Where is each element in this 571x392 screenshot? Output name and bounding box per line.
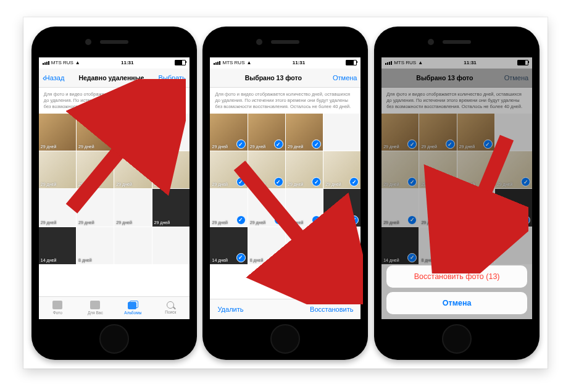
albums-icon [128, 301, 138, 309]
checkmark-icon: ✓ [349, 215, 359, 225]
bottom-toolbar: Удалить Восстановить [210, 299, 361, 319]
tab-photos[interactable]: Фото [39, 297, 77, 319]
status-bar: MTS RUS ▲ 11:31 [210, 57, 361, 69]
photo-thumb[interactable]: 29 дней✓ [210, 151, 247, 188]
select-button[interactable]: Выбрать [159, 74, 186, 81]
content-frame: MTS RUS ▲ 11:31 ‹ Назад Недавно [23, 17, 548, 369]
wifi-icon: ▲ [75, 60, 80, 65]
phone-mockup-1: MTS RUS ▲ 11:31 ‹ Назад Недавно [31, 27, 197, 360]
photo-thumb[interactable] [114, 227, 151, 264]
photo-thumb[interactable] [323, 227, 361, 264]
photo-thumb[interactable]: 29 дней [77, 151, 114, 188]
home-button[interactable] [442, 324, 472, 354]
checkmark-icon: ✓ [274, 215, 283, 225]
checkmark-icon: ✓ [274, 253, 283, 262]
signal-icon [214, 61, 220, 65]
photo-thumb[interactable] [286, 227, 323, 264]
photo-thumb[interactable]: 29 дней✓ [286, 114, 323, 151]
info-text: Для фото и видео отображается количество… [39, 88, 190, 114]
tab-search[interactable]: Поиск [152, 297, 190, 319]
photo-thumb[interactable]: 29 дней✓ [286, 189, 323, 226]
search-icon [167, 301, 174, 309]
nav-title: Выбрано 13 фото [245, 74, 302, 81]
status-bar: MTS RUS ▲ 11:31 [39, 57, 190, 69]
checkmark-icon: ✓ [236, 253, 246, 262]
photo-thumb[interactable]: 8 дней✓ [248, 227, 285, 264]
photo-thumb[interactable]: 29 дней [114, 189, 151, 226]
tutorial-screenshot: MTS RUS ▲ 11:31 ‹ Назад Недавно [0, 0, 571, 392]
nav-bar: ‹ Назад Недавно удаленные Выбрать [39, 69, 190, 88]
photo-thumb[interactable]: 14 дней✓ [210, 227, 247, 264]
checkmark-icon: ✓ [349, 177, 359, 186]
home-button[interactable] [270, 324, 300, 354]
photo-thumb[interactable]: 29 дней [152, 189, 190, 226]
phone-camera [256, 39, 262, 45]
tab-bar: Фото Для Вас Альбомы Поиск [39, 296, 190, 319]
carrier-label: MTS RUS [51, 60, 73, 65]
phone-screen-3: MTS RUS ▲ 11:31 Выбрано 13 фото Отмена Д… [381, 57, 532, 319]
checkmark-icon: ✓ [236, 140, 246, 149]
tab-albums[interactable]: Альбомы [114, 297, 152, 319]
carrier-label: MTS RUS [222, 60, 244, 65]
photo-thumb[interactable] [323, 114, 361, 151]
checkmark-icon: ✓ [274, 140, 283, 149]
photo-thumb[interactable]: 29 дней✓ [248, 151, 285, 188]
photo-thumb[interactable]: 29 дней✓ [323, 189, 361, 226]
photo-thumb[interactable]: 29 дней [77, 189, 114, 226]
photos-icon [52, 301, 62, 309]
photo-thumb[interactable]: 29 дней [114, 114, 151, 151]
photo-thumb[interactable]: 29 дней [114, 151, 151, 188]
phone-camera [428, 39, 434, 45]
phone-camera [85, 39, 91, 45]
tab-for-you[interactable]: Для Вас [77, 297, 114, 319]
recover-button[interactable]: Восстановить [310, 306, 353, 313]
photo-thumb[interactable]: 29 дней✓ [248, 189, 285, 226]
photo-thumb[interactable]: 29 дней [77, 114, 114, 151]
photo-thumb[interactable]: 14 дней [39, 227, 76, 264]
info-text: Для фото и видео отображается количество… [210, 88, 361, 114]
checkmark-icon: ✓ [236, 177, 246, 186]
action-sheet: Восстановить фото (13) Отмена [386, 265, 527, 314]
photo-thumb[interactable]: 29 дней [152, 151, 190, 188]
for-you-icon [90, 301, 100, 309]
photo-thumb[interactable]: 29 дней [39, 114, 76, 151]
photo-thumb[interactable] [152, 114, 190, 151]
battery-icon [175, 60, 186, 65]
photo-thumb[interactable]: 29 дней [39, 151, 76, 188]
cancel-button[interactable]: Отмена [333, 74, 357, 81]
photo-thumb[interactable]: 8 дней [77, 227, 114, 264]
photo-thumb[interactable]: 29 дней✓ [248, 114, 285, 151]
photo-thumb[interactable]: 29 дней✓ [286, 151, 323, 188]
status-time: 11:31 [121, 60, 133, 65]
checkmark-icon: ✓ [312, 177, 321, 186]
nav-bar: Выбрано 13 фото Отмена [210, 69, 361, 88]
photo-thumb[interactable] [152, 227, 190, 264]
home-button[interactable] [99, 324, 129, 354]
phone-speaker [100, 40, 128, 44]
back-label: Назад [45, 74, 65, 81]
photo-thumb[interactable]: 29 дней✓ [210, 114, 247, 151]
checkmark-icon: ✓ [274, 177, 283, 186]
recover-photos-button[interactable]: Восстановить фото (13) [386, 265, 527, 288]
photo-grid: 29 дней✓ 29 дней✓ 29 дней✓ 29 дней✓ 29 д… [210, 114, 361, 264]
phone-speaker [443, 40, 471, 44]
nav-title: Недавно удаленные [78, 74, 144, 81]
phone-mockup-2: MTS RUS ▲ 11:31 Выбрано 13 фото Отмена Д… [202, 27, 368, 360]
signal-icon [43, 61, 49, 65]
photo-thumb[interactable]: 29 дней✓ [210, 189, 247, 226]
battery-icon [346, 60, 357, 65]
delete-button[interactable]: Удалить [217, 306, 243, 313]
checkmark-icon: ✓ [236, 215, 246, 225]
photo-grid: 29 дней 29 дней 29 дней 29 дней 29 дней … [39, 114, 190, 264]
status-time: 11:31 [293, 60, 305, 65]
photo-thumb[interactable]: 29 дней [39, 189, 76, 226]
phone-mockup-3: MTS RUS ▲ 11:31 Выбрано 13 фото Отмена Д… [374, 27, 540, 360]
phone-speaker [271, 40, 299, 44]
phone-screen-2: MTS RUS ▲ 11:31 Выбрано 13 фото Отмена Д… [210, 57, 361, 319]
checkmark-icon: ✓ [312, 215, 321, 225]
phone-screen-1: MTS RUS ▲ 11:31 ‹ Назад Недавно [39, 57, 190, 319]
wifi-icon: ▲ [246, 60, 251, 65]
cancel-sheet-button[interactable]: Отмена [386, 292, 527, 314]
photo-thumb[interactable]: 29 дней✓ [323, 151, 361, 188]
back-button[interactable]: ‹ Назад [43, 73, 65, 82]
